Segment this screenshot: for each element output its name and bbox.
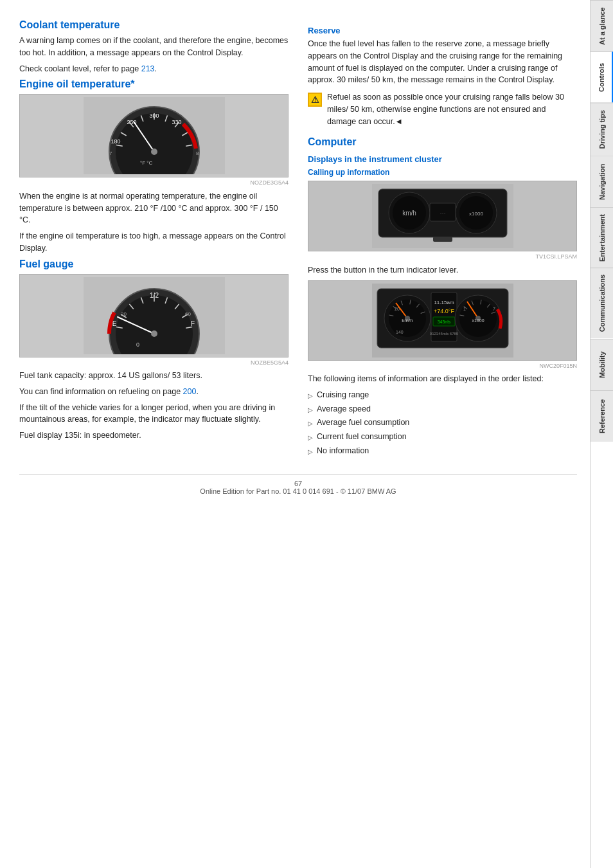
svg-text:012345mls 6789: 012345mls 6789 <box>429 332 458 336</box>
svg-text:°F     °C: °F °C <box>140 160 153 166</box>
reserve-section: Reserve Once the fuel level has fallen t… <box>308 19 577 136</box>
svg-text:---: --- <box>440 210 445 216</box>
reserve-title: Reserve <box>308 26 577 35</box>
sidebar-tab-driving-tips[interactable]: Driving tips <box>591 103 613 156</box>
svg-text:7: 7 <box>109 150 112 156</box>
page-footer: 67 Online Edition for Part no. 01 41 0 0… <box>19 474 577 498</box>
fuel-gauge-section: Fuel gauge <box>19 258 289 446</box>
svg-text:300: 300 <box>149 113 159 119</box>
reserve-warning-text: Refuel as soon as possible once your cru… <box>327 91 577 127</box>
sidebar-tab-navigation[interactable]: Navigation <box>591 156 613 207</box>
fuel-refuel-text: You can find information on refueling on… <box>19 386 289 398</box>
svg-rect-51 <box>433 237 452 242</box>
engine-oil-body1: When the engine is at normal operating t… <box>19 190 289 226</box>
svg-text:km/h: km/h <box>402 318 413 323</box>
sidebar-tab-communications[interactable]: Communications <box>591 267 613 338</box>
engine-oil-title: Engine oil temperature* <box>19 78 289 90</box>
coolant-section: Coolant temperature A warning lamp comes… <box>19 19 289 78</box>
svg-point-17 <box>151 149 157 155</box>
svg-point-39 <box>151 330 157 337</box>
svg-text:1: 1 <box>463 307 466 311</box>
svg-text:180: 180 <box>111 138 120 145</box>
engine-oil-img-ref: NOZDE3G5A4 <box>19 179 289 188</box>
coolant-title: Coolant temperature <box>19 19 289 31</box>
left-column: Coolant temperature A warning lamp comes… <box>19 19 289 461</box>
svg-text:E: E <box>112 320 116 327</box>
list-item-no-info: No information <box>308 445 577 457</box>
right-column: Reserve Once the fuel level has fallen t… <box>308 19 577 461</box>
fuel-capacity-text: Fuel tank capacity: approx. 14 US gallon… <box>19 370 289 382</box>
svg-text:0: 0 <box>136 341 139 348</box>
coolant-body: A warning lamp comes on if the coolant, … <box>19 35 289 59</box>
engine-oil-gauge-image: 180 250 300 330 °F °C <box>19 94 289 177</box>
footer-text: Online Edition for Part no. 01 41 0 014 … <box>200 487 396 495</box>
sidebar-tab-at-a-glance[interactable]: At a glance <box>591 0 613 51</box>
sidebar-tabs: At a glance Controls Driving tips Naviga… <box>590 0 613 868</box>
svg-text:60: 60 <box>185 311 191 317</box>
coolant-link-text: Check coolant level, refer to page 213. <box>19 63 289 75</box>
engine-oil-body2: If the engine oil temperature is too hig… <box>19 230 289 255</box>
sidebar-tab-mobility[interactable]: Mobility <box>591 339 613 390</box>
svg-text:8: 8 <box>196 150 199 156</box>
coolant-page-link[interactable]: 213 <box>141 64 155 73</box>
fuel-tilt-text: If the tilt of the vehicle varies for a … <box>19 402 289 426</box>
computer-section: Computer Displays in the instrument clus… <box>308 136 577 460</box>
svg-text:F: F <box>190 320 194 327</box>
computer-items-list: Cruising range Average speed Average fue… <box>308 389 577 457</box>
displays-title: Displays in the instrument cluster <box>308 154 577 164</box>
fuel-page-link[interactable]: 200 <box>183 387 197 396</box>
fuel-gauge-image: E 1/2 F 20 60 0 <box>19 274 289 357</box>
svg-text:345nls: 345nls <box>437 320 450 324</box>
sidebar-tab-entertainment[interactable]: Entertainment <box>591 207 613 268</box>
cluster1-img-ref: TV1CSI.LPSAM <box>308 253 577 262</box>
list-item-current-fuel: Current fuel consumption <box>308 431 577 443</box>
list-item-avg-speed: Average speed <box>308 403 577 415</box>
fuel-gauge-img-ref: NOZBE5G5A4 <box>19 359 289 368</box>
following-items-text: The following items of information are d… <box>308 373 577 385</box>
engine-oil-section: Engine oil temperature* <box>19 78 289 258</box>
reserve-warning: ⚠ Refuel as soon as possible once your c… <box>308 91 577 131</box>
svg-text:11.15am: 11.15am <box>434 300 454 305</box>
sidebar-tab-reference[interactable]: Reference <box>591 390 613 442</box>
page-number: 67 <box>294 480 302 487</box>
svg-text:330: 330 <box>172 119 181 125</box>
list-item-cruising: Cruising range <box>308 389 577 401</box>
sidebar-tab-controls[interactable]: Controls <box>591 51 613 103</box>
svg-text:x1000: x1000 <box>472 318 484 323</box>
svg-text:7: 7 <box>493 307 495 311</box>
main-content: Coolant temperature A warning lamp comes… <box>0 0 590 868</box>
svg-text:140: 140 <box>396 330 404 334</box>
svg-text:km/h: km/h <box>402 210 416 217</box>
svg-text:+74.0°F: +74.0°F <box>434 308 454 314</box>
computer-title: Computer <box>308 136 577 148</box>
cluster2-img-ref: NWC20F015N <box>308 362 577 371</box>
press-button-text: Press the button in the turn indicator l… <box>308 264 577 276</box>
fuel-display-text: Fuel display 135i: in speedometer. <box>19 429 289 442</box>
svg-text:20: 20 <box>121 311 127 317</box>
list-item-avg-fuel: Average fuel consumption <box>308 417 577 429</box>
cluster-image-1: km/h x1000 --- <box>308 181 577 251</box>
warning-icon: ⚠ <box>308 93 322 107</box>
reserve-body1: Once the fuel level has fallen to the re… <box>308 38 577 86</box>
fuel-gauge-title: Fuel gauge <box>19 258 289 270</box>
calling-title: Calling up information <box>308 168 577 177</box>
svg-text:x1000: x1000 <box>469 211 483 217</box>
cluster-image-2: 20 140 km/h 11.15am +74.0°F 345nls <box>308 280 577 361</box>
svg-text:1/2: 1/2 <box>150 292 159 299</box>
